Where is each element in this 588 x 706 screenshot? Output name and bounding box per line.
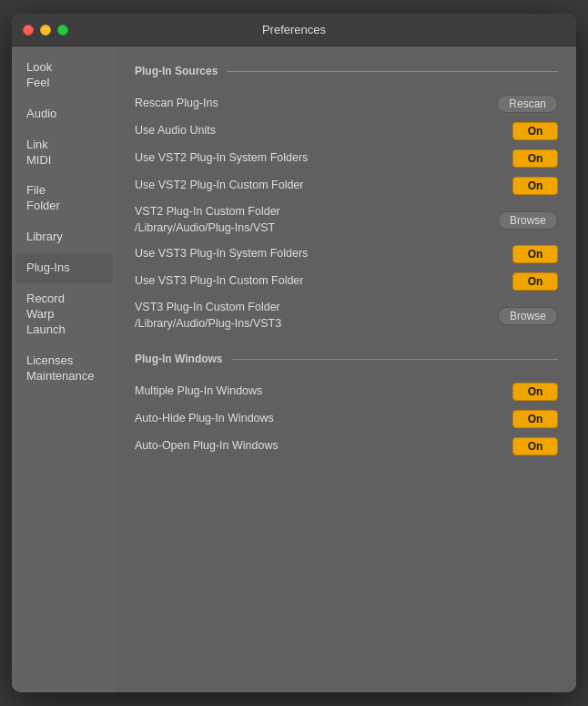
use-vst2-system-label: Use VST2 Plug-In System Folders bbox=[135, 150, 512, 167]
auto-hide-label: Auto-Hide Plug-In Windows bbox=[135, 411, 512, 427]
use-audio-units-toggle[interactable]: On bbox=[512, 122, 558, 140]
use-vst3-custom-row: Use VST3 Plug-In Custom Folder On bbox=[135, 268, 558, 295]
vst3-browse-button[interactable]: Browse bbox=[498, 307, 558, 325]
plug-in-windows-divider bbox=[232, 359, 558, 360]
multiple-windows-row: Multiple Plug-In Windows On bbox=[135, 378, 558, 405]
vst2-folder-label: VST2 Plug-In Custom Folder/Library/Audio… bbox=[135, 204, 498, 236]
use-vst2-custom-label: Use VST2 Plug-In Custom Folder bbox=[135, 178, 512, 194]
vst2-folder-row: VST2 Plug-In Custom Folder/Library/Audio… bbox=[135, 200, 558, 240]
traffic-lights bbox=[23, 25, 68, 36]
window-title: Preferences bbox=[262, 23, 326, 36]
use-vst2-custom-toggle[interactable]: On bbox=[512, 177, 558, 195]
rescan-button[interactable]: Rescan bbox=[497, 95, 558, 113]
use-vst2-system-row: Use VST2 Plug-In System Folders On bbox=[135, 145, 558, 172]
plug-in-sources-header: Plug-In Sources bbox=[135, 65, 558, 77]
sidebar-item-link-midi[interactable]: LinkMIDI bbox=[15, 130, 113, 176]
rescan-plug-ins-label: Rescan Plug-Ins bbox=[135, 96, 497, 112]
sidebar-item-file-folder[interactable]: FileFolder bbox=[15, 176, 113, 221]
auto-hide-row: Auto-Hide Plug-In Windows On bbox=[135, 405, 558, 433]
sidebar-item-look-feel[interactable]: LookFeel bbox=[15, 53, 113, 98]
preferences-window: Preferences LookFeel Audio LinkMIDI File… bbox=[12, 14, 576, 692]
multiple-windows-toggle[interactable]: On bbox=[512, 383, 558, 401]
auto-open-label: Auto-Open Plug-In Windows bbox=[135, 438, 512, 455]
minimize-button[interactable] bbox=[40, 25, 51, 36]
use-vst3-system-toggle[interactable]: On bbox=[512, 245, 558, 263]
auto-open-toggle[interactable]: On bbox=[512, 437, 558, 455]
title-bar: Preferences bbox=[12, 14, 576, 46]
main-panel: Plug-In Sources Rescan Plug-Ins Rescan U… bbox=[117, 46, 576, 692]
use-vst3-system-row: Use VST3 Plug-In System Folders On bbox=[135, 240, 558, 268]
close-button[interactable] bbox=[23, 25, 34, 36]
use-vst3-custom-toggle[interactable]: On bbox=[512, 272, 558, 291]
sidebar: LookFeel Audio LinkMIDI FileFolder Libra… bbox=[12, 46, 117, 692]
use-audio-units-row: Use Audio Units On bbox=[135, 118, 558, 145]
use-vst3-system-label: Use VST3 Plug-In System Folders bbox=[135, 246, 512, 262]
plug-in-windows-title: Plug-In Windows bbox=[135, 353, 223, 365]
use-vst2-custom-row: Use VST2 Plug-In Custom Folder On bbox=[135, 172, 558, 200]
maximize-button[interactable] bbox=[57, 25, 68, 36]
content-area: LookFeel Audio LinkMIDI FileFolder Libra… bbox=[12, 46, 576, 692]
use-vst2-system-toggle[interactable]: On bbox=[512, 149, 558, 168]
sidebar-item-plug-ins[interactable]: Plug-Ins bbox=[15, 253, 113, 283]
vst2-browse-button[interactable]: Browse bbox=[498, 211, 558, 230]
sidebar-item-record-warp-launch[interactable]: RecordWarpLaunch bbox=[15, 284, 113, 345]
auto-hide-toggle[interactable]: On bbox=[512, 410, 558, 428]
auto-open-row: Auto-Open Plug-In Windows On bbox=[135, 433, 558, 460]
multiple-windows-label: Multiple Plug-In Windows bbox=[135, 384, 512, 400]
sidebar-item-licenses-maintenance[interactable]: LicensesMaintenance bbox=[15, 346, 113, 392]
use-vst3-custom-label: Use VST3 Plug-In Custom Folder bbox=[135, 273, 512, 290]
vst3-folder-row: VST3 Plug-In Custom Folder/Library/Audio… bbox=[135, 295, 558, 336]
vst3-folder-label: VST3 Plug-In Custom Folder/Library/Audio… bbox=[135, 300, 498, 332]
sidebar-item-audio[interactable]: Audio bbox=[15, 99, 113, 129]
rescan-plug-ins-row: Rescan Plug-Ins Rescan bbox=[135, 90, 558, 118]
plug-in-sources-title: Plug-In Sources bbox=[135, 65, 218, 77]
use-audio-units-label: Use Audio Units bbox=[135, 123, 512, 139]
plug-in-sources-divider bbox=[227, 71, 558, 72]
sidebar-item-library[interactable]: Library bbox=[15, 222, 113, 252]
plug-in-windows-header: Plug-In Windows bbox=[135, 353, 558, 365]
